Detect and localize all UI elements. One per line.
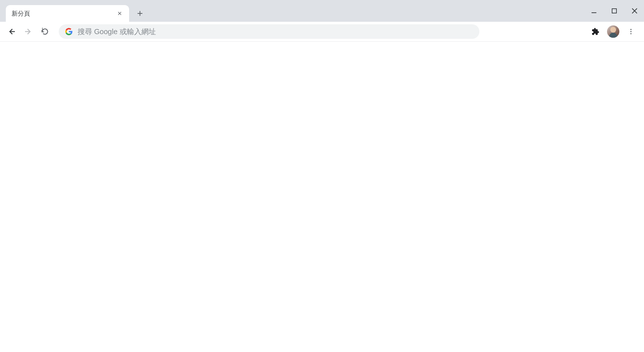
address-input[interactable] xyxy=(78,28,473,36)
svg-rect-5 xyxy=(612,9,616,13)
close-tab-button[interactable] xyxy=(116,10,123,17)
close-icon xyxy=(117,11,122,16)
puzzle-piece-icon xyxy=(591,28,599,36)
close-window-button[interactable] xyxy=(629,6,640,16)
google-g-icon xyxy=(65,28,73,35)
back-arrow-icon xyxy=(7,27,16,36)
browser-titlebar: 新分頁 xyxy=(0,0,644,22)
chrome-menu-button[interactable] xyxy=(624,25,637,38)
page-content xyxy=(0,42,644,352)
toolbar-right xyxy=(589,25,640,38)
maximize-button[interactable] xyxy=(609,6,619,16)
minimize-button[interactable] xyxy=(589,6,599,16)
back-button[interactable] xyxy=(4,24,19,39)
reload-icon xyxy=(41,28,49,36)
new-tab-button[interactable] xyxy=(133,7,146,20)
tab-title: 新分頁 xyxy=(12,9,116,18)
window-controls xyxy=(589,0,640,22)
plus-icon xyxy=(136,10,144,17)
maximize-icon xyxy=(611,8,618,14)
extensions-button[interactable] xyxy=(589,25,602,38)
profile-avatar[interactable] xyxy=(607,25,619,38)
browser-toolbar xyxy=(0,22,644,42)
svg-point-11 xyxy=(630,31,631,32)
more-vertical-icon xyxy=(627,28,635,35)
address-bar[interactable] xyxy=(59,24,479,39)
reload-button[interactable] xyxy=(38,24,52,39)
close-icon xyxy=(631,7,638,15)
forward-arrow-icon xyxy=(24,27,33,36)
minimize-icon xyxy=(590,7,598,15)
browser-tab[interactable]: 新分頁 xyxy=(6,5,129,22)
forward-button[interactable] xyxy=(21,24,36,39)
svg-point-12 xyxy=(630,33,631,34)
svg-point-10 xyxy=(630,29,631,30)
